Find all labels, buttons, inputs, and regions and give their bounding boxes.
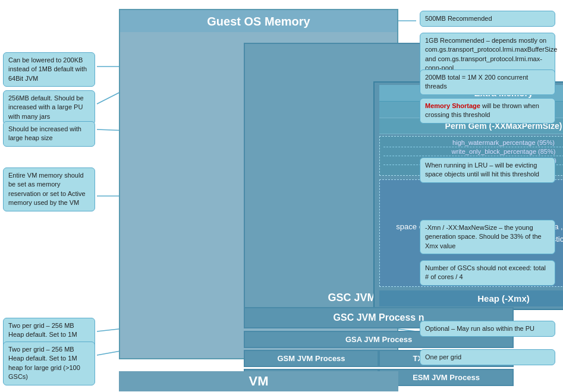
annotation-lru: When running in LRU – will be evicting s… bbox=[420, 157, 555, 183]
vm-label: VM bbox=[119, 371, 398, 391]
annotation-one-per-grid: One per grid bbox=[420, 349, 555, 365]
diagram-container: Guest OS Memory GSC JVM Process 1 Extra … bbox=[0, 0, 563, 392]
gsm-cell: GSM JVM Process bbox=[244, 350, 379, 367]
annotation-stack: Can be lowered to 200KB instead of 1MB d… bbox=[3, 52, 95, 87]
guest-os-box: Guest OS Memory GSC JVM Process 1 Extra … bbox=[119, 9, 398, 359]
guest-os-title: Guest OS Memory bbox=[120, 10, 397, 32]
mem-shortage-red: Memory Shortage bbox=[425, 102, 480, 109]
annotation-two-per-grid-2: Two per grid – 256 MB Heap default. Set … bbox=[3, 342, 95, 385]
esm-cell: ESM JVM Process bbox=[379, 369, 514, 386]
gscn-title: GSC JVM Process n bbox=[334, 312, 424, 323]
annotation-heap-size: Should be increased with large heap size bbox=[3, 121, 95, 147]
watermark-write-block: write_only_block_percentage (85%) bbox=[383, 147, 563, 156]
annotation-mem-shortage: Memory Shortage will be thrown when cros… bbox=[420, 98, 555, 124]
heap-section: Heap (-Xmx) bbox=[379, 290, 563, 306]
watermark-high: high_watermark_percentage (95%) bbox=[383, 138, 563, 147]
annotation-gsc-count: Number of GSCs should not exceed: total … bbox=[420, 260, 555, 286]
annotation-permgem: 256MB default. Should be increased with … bbox=[3, 90, 95, 125]
annotation-vm-memory: Entire VM memory should be set as memory… bbox=[3, 167, 95, 211]
annotation-200mb: 200MB total = 1M X 200 concurrent thread… bbox=[420, 69, 555, 95]
annotation-500mb: 500MB Recommended bbox=[420, 11, 555, 27]
annotation-xmn: -Xmn / -XX:MaxNewSize – the young genera… bbox=[420, 220, 555, 254]
annotation-optional: Optional – May run also within the PU bbox=[420, 321, 555, 337]
